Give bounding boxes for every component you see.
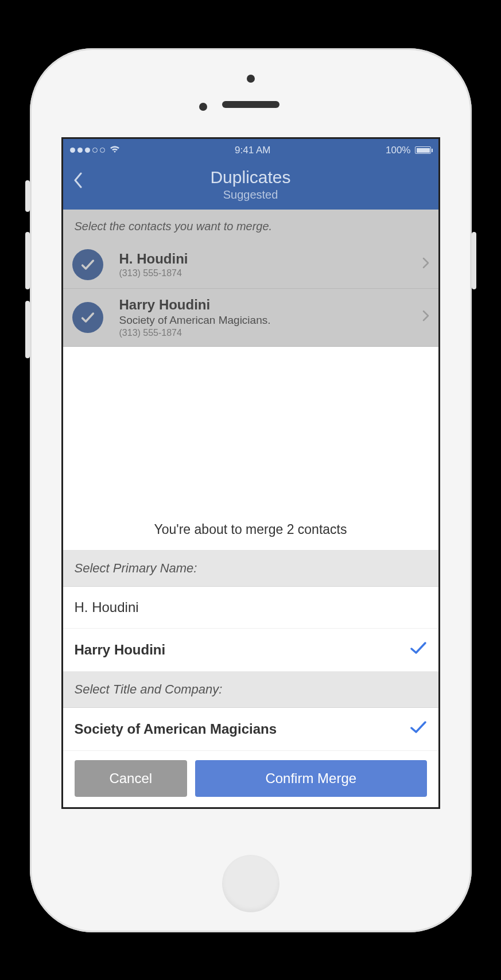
primary-name-option[interactable]: H. Houdini [63,587,438,629]
instruction-text: Select the contacts you want to merge. [63,210,438,241]
screen: 9:41 AM 100% Duplicates Suggested Select… [61,137,440,809]
background-content: Select the contacts you want to merge. H… [63,210,438,347]
merge-sheet: You're about to merge 2 contacts Select … [63,509,438,807]
nav-bar: Duplicates Suggested [63,162,438,210]
section-header-primary: Select Primary Name: [63,551,438,587]
battery-icon [415,146,431,154]
checkmark-icon [410,641,427,659]
phone-camera [247,75,255,83]
status-time: 9:41 AM [235,145,270,156]
battery-percentage: 100% [386,145,410,156]
contact-detail: Society of American Magicians. [119,314,422,327]
option-label: H. Houdini [75,599,139,615]
wifi-icon [110,144,120,156]
contact-name: H. Houdini [119,251,422,267]
button-bar: Cancel Confirm Merge [63,751,438,807]
phone-frame: 9:41 AM 100% Duplicates Suggested Select… [30,48,472,932]
sheet-title: You're about to merge 2 contacts [63,509,438,551]
contact-name: Harry Houdini [119,297,422,313]
status-bar: 9:41 AM 100% [63,139,438,162]
checkmark-circle-icon [72,249,103,280]
primary-name-option[interactable]: Harry Houdini [63,629,438,672]
company-option[interactable]: Society of American Magicians [63,708,438,751]
chevron-right-icon [422,257,429,272]
home-button[interactable] [222,855,279,912]
option-label: Harry Houdini [75,642,166,658]
phone-side-button [25,301,30,358]
contact-phone: (313) 555-1874 [119,328,422,338]
phone-side-button [25,232,30,289]
back-button[interactable] [73,172,83,188]
checkmark-icon [410,721,427,738]
section-header-company: Select Title and Company: [63,672,438,708]
option-label: Society of American Magicians [75,721,277,737]
checkmark-circle-icon [72,302,103,333]
chevron-right-icon [422,310,429,325]
phone-sensor [199,103,207,111]
page-title: Duplicates [63,168,438,187]
page-subtitle: Suggested [63,188,438,202]
signal-dots-icon [70,148,105,153]
contact-phone: (313) 555-1874 [119,268,422,278]
cancel-button[interactable]: Cancel [75,760,187,797]
phone-speaker [222,101,279,108]
phone-side-button [25,180,30,212]
phone-side-button [472,232,476,289]
contact-row[interactable]: Harry Houdini Society of American Magici… [63,289,438,347]
contact-row[interactable]: H. Houdini (313) 555-1874 [63,241,438,289]
confirm-merge-button[interactable]: Confirm Merge [195,760,427,797]
